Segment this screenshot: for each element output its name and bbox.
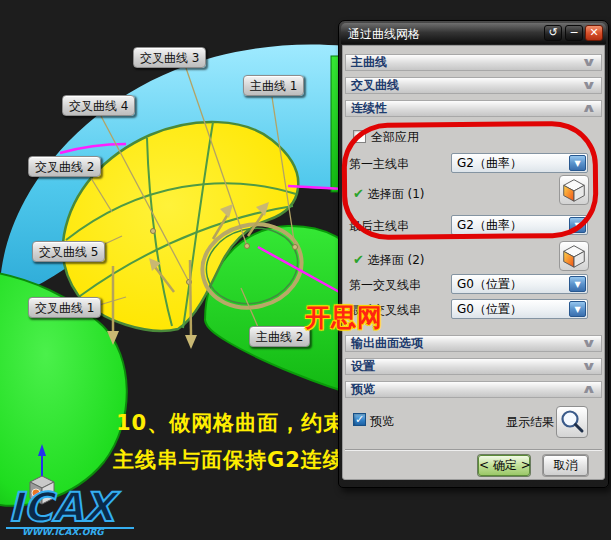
red-annotation-ellipse [341, 121, 598, 241]
section-settings[interactable]: 设置 ∨ [345, 358, 602, 375]
select-face-2-label: 选择面 (2) [368, 253, 425, 267]
curve-label-cross-5: 交叉曲线 5 [32, 241, 105, 262]
footer-separator [345, 449, 602, 451]
chevron-up-icon: ∧ [581, 101, 597, 116]
icax-logo: ICAX WWW.ICAX.ORG [6, 484, 134, 537]
section-cross-curves[interactable]: 交叉曲线 ∨ [345, 77, 602, 94]
last-cross-dropdown[interactable]: G0（位置） ▼ [451, 299, 588, 319]
first-cross-label: 第一交叉线串 [349, 277, 421, 294]
section-label: 主曲线 [351, 55, 387, 69]
logo-url-text: WWW.ICAX.ORG [22, 527, 105, 537]
minimize-button[interactable]: − [565, 25, 583, 41]
section-label: 交叉曲线 [351, 78, 399, 92]
cube-icon [560, 242, 588, 270]
preview-checkbox[interactable]: ✓ [353, 413, 366, 426]
section-label: 输出曲面选项 [351, 336, 423, 350]
dropdown-value: G0（位置） [457, 302, 522, 316]
curve-label-cross-3: 交叉曲线 3 [133, 47, 206, 68]
select-face-2-row[interactable]: ✔ 选择面 (2) [353, 252, 425, 269]
curve-label-primary-1: 主曲线 1 [243, 75, 304, 96]
close-button[interactable]: ✕ [585, 25, 603, 41]
section-preview[interactable]: 预览 ∧ [345, 381, 602, 398]
first-cross-dropdown[interactable]: G0（位置） ▼ [451, 274, 588, 294]
magnifier-icon [557, 407, 587, 437]
curve-label-cross-1: 交叉曲线 1 [28, 297, 101, 318]
through-curve-mesh-dialog: 通过曲线网格 ↺ − ✕ 主曲线 ∨ 交叉曲线 ∨ 连续性 ∧ 全部应用 第一主… [338, 20, 609, 488]
curve-label-primary-2: 主曲线 2 [249, 326, 310, 347]
watermark-kaisi: 开思网 [305, 301, 383, 334]
cancel-button[interactable]: 取消 [543, 455, 588, 476]
green-check-icon: ✔ [353, 252, 364, 267]
dropdown-arrow-icon[interactable]: ▼ [569, 301, 586, 317]
tutorial-note-line1: 10、做网格曲面，约束 [116, 409, 345, 437]
section-primary-curves[interactable]: 主曲线 ∨ [345, 54, 602, 71]
section-label: 设置 [351, 359, 375, 373]
chevron-up-icon: ∧ [581, 382, 597, 397]
face-select-button-2[interactable] [559, 241, 589, 271]
show-result-label: 显示结果 [506, 414, 554, 431]
dialog-title: 通过曲线网格 [348, 26, 420, 43]
section-output-surface-options[interactable]: 输出曲面选项 ∨ [345, 335, 602, 352]
section-continuity[interactable]: 连续性 ∧ [345, 100, 602, 117]
chevron-down-icon: ∨ [581, 336, 597, 351]
reset-button[interactable]: ↺ [544, 25, 562, 41]
chevron-down-icon: ∨ [581, 55, 597, 70]
preview-checkbox-label: 预览 [370, 413, 394, 430]
section-label: 连续性 [351, 101, 387, 115]
show-result-button[interactable] [556, 406, 588, 438]
section-label: 预览 [351, 382, 375, 396]
dialog-body: 主曲线 ∨ 交叉曲线 ∨ 连续性 ∧ 全部应用 第一主线串 G2（曲率） ▼ ✔… [342, 45, 605, 480]
dropdown-value: G0（位置） [457, 277, 522, 291]
curve-label-cross-2: 交叉曲线 2 [28, 156, 101, 177]
dialog-titlebar[interactable]: 通过曲线网格 ↺ − ✕ [341, 23, 606, 44]
curve-label-cross-4: 交叉曲线 4 [62, 95, 135, 116]
application-window: ICAX WWW.ICAX.ORG 交叉曲线 3 主曲线 1 交叉曲线 4 交叉… [0, 0, 611, 540]
logo-letters: ICAX [8, 484, 120, 530]
tutorial-note-line2: 主线串与面保持G2连续 [113, 446, 345, 474]
dropdown-arrow-icon[interactable]: ▼ [569, 276, 586, 292]
chevron-down-icon: ∨ [581, 78, 597, 93]
chevron-down-icon: ∨ [581, 359, 597, 374]
ok-button[interactable]: < 确定 > [478, 455, 530, 476]
